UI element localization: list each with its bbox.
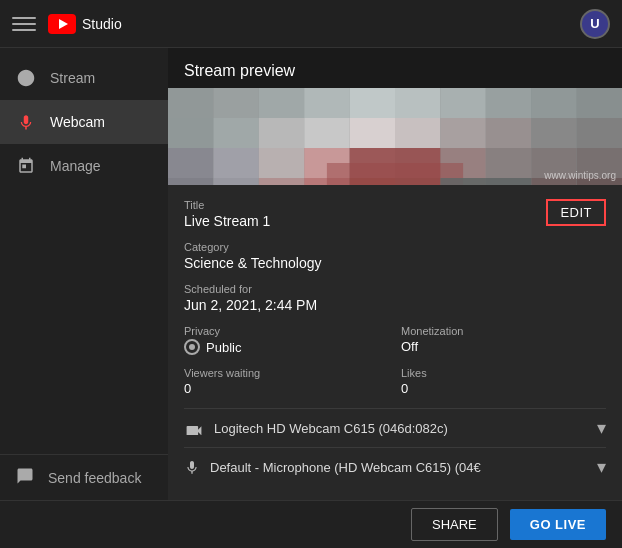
svg-rect-32 <box>213 178 258 185</box>
sidebar-item-stream[interactable]: Stream <box>0 56 168 100</box>
category-label: Category <box>184 241 606 253</box>
privacy-label: Privacy <box>184 325 389 337</box>
viewers-label: Viewers waiting <box>184 367 389 379</box>
svg-rect-3 <box>259 88 304 118</box>
svg-rect-63 <box>440 178 531 185</box>
svg-rect-19 <box>531 118 576 148</box>
privacy-block: Privacy Public <box>184 325 389 355</box>
svg-rect-8 <box>486 88 531 118</box>
viewers-likes-row: Viewers waiting 0 Likes 0 <box>184 367 606 396</box>
avatar[interactable]: U <box>580 9 610 39</box>
feedback-icon <box>16 467 34 488</box>
svg-rect-30 <box>577 148 622 178</box>
webcam-device-row[interactable]: Logitech HD Webcam C615 (046d:082c) ▾ <box>184 408 606 447</box>
svg-rect-10 <box>577 88 622 118</box>
hamburger-menu[interactable] <box>12 12 36 36</box>
likes-value: 0 <box>401 381 606 396</box>
share-button[interactable]: SHARE <box>411 508 498 541</box>
svg-rect-22 <box>213 148 258 178</box>
manage-icon <box>16 156 36 176</box>
svg-rect-4 <box>304 88 349 118</box>
mic-device-label: Default - Microphone (HD Webcam C615) (0… <box>210 460 481 475</box>
title-row: Title Live Stream 1 EDIT <box>184 199 606 229</box>
sidebar-item-webcam[interactable]: Webcam <box>0 100 168 144</box>
svg-rect-31 <box>168 178 213 185</box>
sidebar-item-manage[interactable]: Manage <box>0 144 168 188</box>
svg-rect-18 <box>486 118 531 148</box>
logo-area: Studio <box>48 14 122 34</box>
svg-rect-21 <box>168 148 213 178</box>
monetization-value: Off <box>401 339 606 354</box>
title-value: Live Stream 1 <box>184 213 270 229</box>
svg-rect-23 <box>259 148 304 178</box>
scheduled-label: Scheduled for <box>184 283 606 295</box>
webcam-icon <box>16 112 36 132</box>
monetization-label: Monetization <box>401 325 606 337</box>
sidebar-stream-label: Stream <box>50 70 95 86</box>
stream-icon <box>16 68 36 88</box>
viewers-value: 0 <box>184 381 389 396</box>
main-layout: Stream Webcam Manage <box>0 48 622 500</box>
info-panel: Title Live Stream 1 EDIT Category Scienc… <box>168 185 622 500</box>
send-feedback-item[interactable]: Send feedback <box>0 454 168 500</box>
youtube-logo-icon <box>48 14 76 34</box>
send-feedback-label: Send feedback <box>48 470 141 486</box>
svg-rect-15 <box>350 118 395 148</box>
svg-rect-12 <box>213 118 258 148</box>
mic-chevron-icon[interactable]: ▾ <box>597 456 606 478</box>
svg-rect-20 <box>577 118 622 148</box>
svg-rect-6 <box>395 88 440 118</box>
svg-rect-28 <box>486 148 531 178</box>
privacy-value: Public <box>184 339 389 355</box>
stream-preview-image: www.wintips.org <box>168 88 622 185</box>
svg-rect-7 <box>440 88 485 118</box>
privacy-monetization-row: Privacy Public Monetization Off <box>184 325 606 355</box>
svg-rect-29 <box>531 148 576 178</box>
scheduled-field: Scheduled for Jun 2, 2021, 2:44 PM <box>184 283 606 313</box>
svg-rect-17 <box>440 118 485 148</box>
category-field: Category Science & Technology <box>184 241 606 271</box>
sidebar-manage-label: Manage <box>50 158 101 174</box>
studio-title: Studio <box>82 16 122 32</box>
scheduled-value: Jun 2, 2021, 2:44 PM <box>184 297 606 313</box>
webcam-device-label: Logitech HD Webcam C615 (046d:082c) <box>214 421 448 436</box>
go-live-button[interactable]: GO LIVE <box>510 509 606 540</box>
monetization-block: Monetization Off <box>401 325 606 355</box>
svg-rect-16 <box>395 118 440 148</box>
title-label: Title <box>184 199 270 211</box>
likes-label: Likes <box>401 367 606 379</box>
edit-button[interactable]: EDIT <box>546 199 606 226</box>
top-navigation: Studio U <box>0 0 622 48</box>
svg-rect-33 <box>259 178 304 185</box>
category-value: Science & Technology <box>184 255 606 271</box>
webcam-chevron-icon[interactable]: ▾ <box>597 417 606 439</box>
svg-rect-14 <box>304 118 349 148</box>
sidebar-webcam-label: Webcam <box>50 114 105 130</box>
mic-device-left: Default - Microphone (HD Webcam C615) (0… <box>184 457 597 477</box>
content-area: Stream preview <box>168 48 622 500</box>
svg-rect-39 <box>531 178 576 185</box>
webcam-device-left: Logitech HD Webcam C615 (046d:082c) <box>184 421 597 436</box>
sidebar: Stream Webcam Manage <box>0 48 168 500</box>
title-field: Title Live Stream 1 <box>184 199 270 229</box>
svg-rect-9 <box>531 88 576 118</box>
mic-device-row[interactable]: Default - Microphone (HD Webcam C615) (0… <box>184 447 606 486</box>
svg-rect-1 <box>168 88 213 118</box>
viewers-block: Viewers waiting 0 <box>184 367 389 396</box>
svg-rect-5 <box>350 88 395 118</box>
action-bar: SHARE GO LIVE <box>0 500 622 548</box>
camera-device-icon <box>184 421 204 435</box>
svg-rect-11 <box>168 118 213 148</box>
svg-rect-2 <box>213 88 258 118</box>
svg-rect-13 <box>259 118 304 148</box>
svg-rect-40 <box>577 178 622 185</box>
public-icon <box>184 339 200 355</box>
mic-device-icon <box>184 457 200 477</box>
likes-block: Likes 0 <box>401 367 606 396</box>
stream-preview-title: Stream preview <box>168 48 622 88</box>
